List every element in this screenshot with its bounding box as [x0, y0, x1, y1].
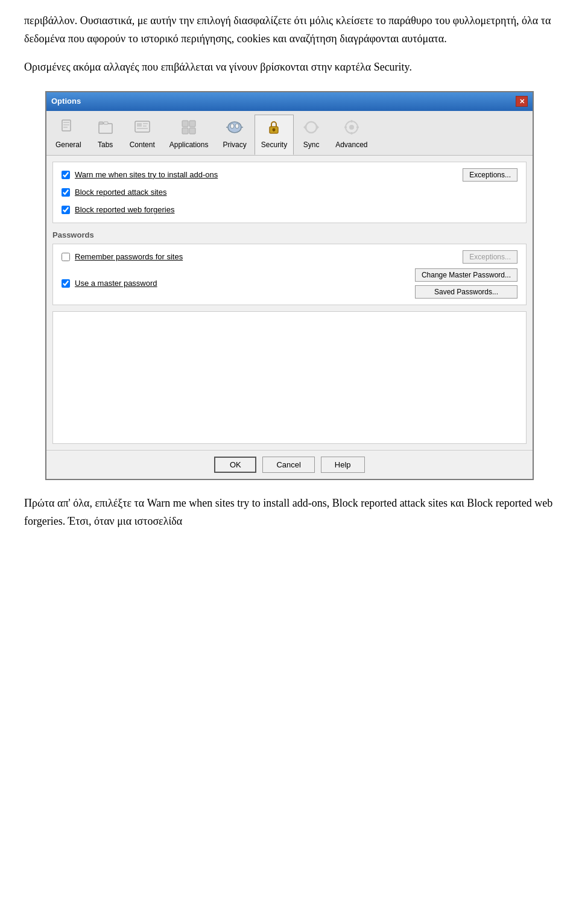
tab-tabs[interactable]: Tabs: [89, 115, 122, 155]
svg-point-17: [230, 124, 234, 128]
passwords-heading: Passwords: [52, 229, 527, 242]
block-attack-checkbox[interactable]: [62, 188, 70, 197]
tab-general[interactable]: General: [49, 115, 88, 155]
svg-rect-30: [344, 126, 347, 128]
close-button[interactable]: ✕: [516, 96, 528, 107]
tab-content-label: Content: [130, 139, 155, 151]
warn-addons-checkbox[interactable]: [62, 171, 70, 179]
tab-advanced[interactable]: Advanced: [329, 115, 374, 155]
paragraph-3: Πρώτα απ' όλα, επιλέξτε τα Warn me when …: [24, 495, 555, 530]
passwords-exceptions-button[interactable]: Exceptions...: [463, 250, 517, 264]
password-buttons: Change Master Password... Saved Password…: [415, 268, 517, 299]
dialog-footer: OK Cancel Help: [46, 450, 533, 479]
svg-marker-25: [303, 125, 306, 130]
svg-rect-29: [350, 132, 352, 134]
change-master-password-button[interactable]: Change Master Password...: [415, 268, 517, 282]
svg-rect-10: [143, 125, 147, 127]
block-forgeries-label: Block reported web forgeries: [75, 204, 517, 217]
svg-point-18: [235, 124, 239, 128]
tabs-icon: [96, 118, 115, 137]
warn-addons-row: Warn me when sites try to install add-on…: [62, 168, 517, 182]
svg-rect-31: [356, 126, 359, 128]
ok-button[interactable]: OK: [214, 457, 256, 473]
dialog-toolbar: General Tabs: [46, 111, 533, 156]
svg-rect-6: [104, 122, 108, 124]
tab-tabs-label: Tabs: [98, 139, 113, 151]
options-dialog: Options ✕ General: [45, 91, 534, 480]
tab-sync[interactable]: Sync: [295, 115, 327, 155]
master-password-label: Use a master password: [75, 277, 415, 290]
empty-area: [52, 311, 527, 444]
block-attack-row: Block reported attack sites: [62, 186, 517, 199]
tab-sync-label: Sync: [303, 139, 320, 151]
dialog-titlebar: Options ✕: [46, 92, 533, 111]
master-password-row: Use a master password Change Master Pass…: [62, 268, 517, 299]
svg-rect-15: [189, 128, 195, 134]
tab-privacy-label: Privacy: [223, 139, 246, 151]
tab-applications-label: Applications: [169, 139, 209, 151]
svg-rect-11: [137, 128, 148, 129]
tab-advanced-label: Advanced: [335, 139, 367, 151]
remember-passwords-label: Remember passwords for sites: [75, 251, 463, 264]
paragraph-2: Ορισμένες ακόμα αλλαγές που επιβάλλεται …: [24, 59, 555, 77]
sync-icon: [302, 118, 321, 137]
block-forgeries-row: Block reported web forgeries: [62, 204, 517, 217]
security-icon: [264, 118, 283, 137]
block-attack-label: Block reported attack sites: [75, 186, 517, 199]
dialog-window: Options ✕ General: [45, 91, 534, 480]
svg-rect-13: [189, 121, 195, 127]
svg-rect-14: [182, 128, 188, 134]
help-button[interactable]: Help: [321, 457, 365, 473]
advanced-icon: [342, 118, 361, 137]
svg-rect-1: [63, 122, 69, 123]
svg-point-16: [228, 122, 241, 133]
tab-privacy[interactable]: Privacy: [216, 115, 253, 155]
svg-rect-5: [99, 122, 103, 124]
cancel-button[interactable]: Cancel: [262, 457, 314, 473]
svg-rect-8: [137, 123, 142, 127]
svg-rect-23: [273, 130, 274, 131]
general-icon: [59, 118, 78, 137]
remember-passwords-checkbox[interactable]: [62, 253, 70, 261]
tab-content[interactable]: Content: [123, 115, 162, 155]
svg-rect-9: [143, 123, 148, 124]
content-icon: [133, 118, 152, 137]
warn-addons-exceptions-button[interactable]: Exceptions...: [463, 168, 517, 182]
svg-rect-28: [350, 120, 352, 122]
remember-passwords-row: Remember passwords for sites Exceptions.…: [62, 250, 517, 264]
warn-addons-label: Warn me when sites try to install add-on…: [75, 169, 463, 182]
privacy-icon: [225, 118, 244, 137]
dialog-body: Warn me when sites try to install add-on…: [46, 162, 533, 479]
master-password-checkbox[interactable]: [62, 279, 70, 288]
applications-icon: [179, 118, 198, 137]
tab-general-label: General: [55, 139, 81, 151]
svg-rect-12: [182, 121, 188, 127]
dialog-title: Options: [51, 95, 81, 108]
paragraph-1: περιβάλλον. Ουσιαστικά, με αυτήν την επι…: [24, 12, 555, 48]
svg-rect-4: [99, 124, 112, 133]
tab-security[interactable]: Security: [255, 115, 294, 155]
tab-security-label: Security: [261, 139, 287, 151]
svg-rect-2: [63, 124, 69, 125]
saved-passwords-button[interactable]: Saved Passwords...: [415, 285, 517, 299]
svg-point-27: [349, 125, 354, 130]
block-forgeries-checkbox[interactable]: [62, 206, 70, 214]
tab-applications[interactable]: Applications: [163, 115, 215, 155]
security-checkboxes-section: Warn me when sites try to install add-on…: [52, 162, 527, 223]
passwords-section: Passwords Remember passwords for sites E…: [52, 229, 527, 306]
svg-rect-3: [63, 127, 68, 128]
passwords-inner: Remember passwords for sites Exceptions.…: [52, 244, 527, 305]
